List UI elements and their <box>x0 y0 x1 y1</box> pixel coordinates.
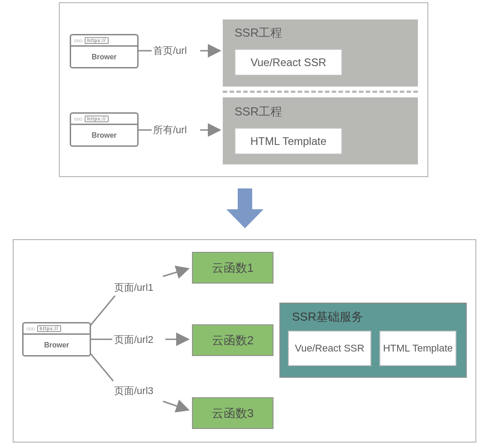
browser-label: Brower <box>71 47 137 67</box>
arrow-label-url3: 页面/url3 <box>114 384 153 398</box>
diagram-canvas: SSR工程 Vue/React SSR SSR工程 HTML Template … <box>0 0 489 448</box>
arrow-label-home-url: 首页/url <box>153 44 187 58</box>
dashed-divider <box>223 91 418 93</box>
window-controls-icon: ○○○ <box>74 116 82 122</box>
browser-chrome-bar: ○○○ https:// <box>71 114 137 125</box>
browser-top-1: ○○○ https:// Brower <box>70 34 139 68</box>
ssr-project-title-2: SSR工程 <box>235 104 282 120</box>
vue-react-ssr-box-2: Vue/React SSR <box>288 331 371 366</box>
transition-arrow-icon <box>225 188 264 229</box>
arrow-label-url1: 页面/url1 <box>114 281 153 294</box>
arrow-label-all-url: 所有/url <box>153 123 187 137</box>
ssr-project-title-1: SSR工程 <box>235 25 282 41</box>
window-controls-icon: ○○○ <box>74 37 82 44</box>
html-template-label: HTML Template <box>383 342 453 355</box>
arrow-label-url2: 页面/url2 <box>114 333 153 347</box>
html-template-box-1: HTML Template <box>235 128 342 154</box>
browser-label: Brower <box>24 335 90 355</box>
vue-react-ssr-label: Vue/React SSR <box>295 342 364 355</box>
address-bar: https:// <box>37 325 61 332</box>
cloud-function-2: 云函数2 <box>192 324 273 356</box>
vue-react-ssr-box-1: Vue/React SSR <box>235 49 342 76</box>
html-template-box-2: HTML Template <box>379 331 456 366</box>
browser-label: Brower <box>71 125 137 145</box>
browser-top-2: ○○○ https:// Brower <box>70 112 139 147</box>
cloud-function-1: 云函数1 <box>192 252 273 284</box>
address-bar: https:// <box>85 116 109 122</box>
window-controls-icon: ○○○ <box>26 325 34 332</box>
ssr-base-service-title: SSR基础服务 <box>292 309 363 325</box>
browser-bottom: ○○○ https:// Brower <box>22 322 91 356</box>
address-bar: https:// <box>85 37 109 44</box>
browser-chrome-bar: ○○○ https:// <box>71 35 137 47</box>
cloud-function-3: 云函数3 <box>192 397 273 429</box>
browser-chrome-bar: ○○○ https:// <box>24 323 90 335</box>
